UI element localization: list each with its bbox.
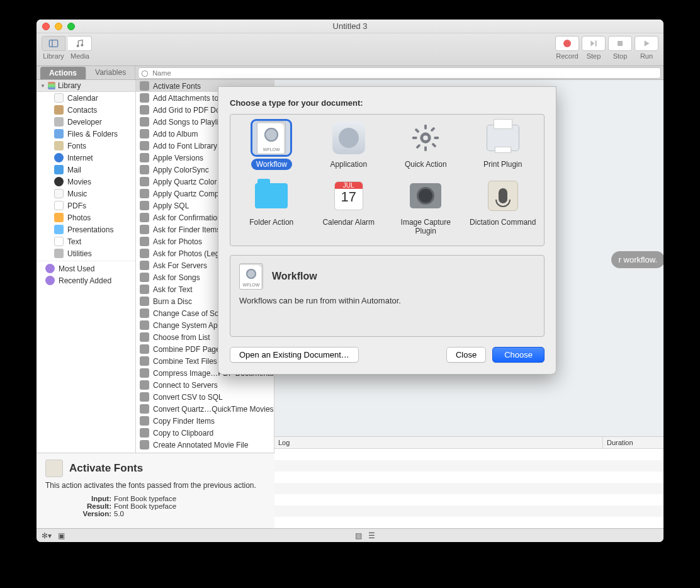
action-label: Activate Fonts <box>153 82 201 91</box>
sidebar-item-files-folders[interactable]: Files & Folders <box>37 128 135 140</box>
sidebar-label: Photos <box>67 213 91 222</box>
action-icon <box>140 416 149 426</box>
svg-point-15 <box>423 135 428 140</box>
log-pane: Log Duration <box>274 436 663 528</box>
action-item[interactable]: Convert Quartz…QuickTime Movies <box>136 403 274 415</box>
action-icon <box>140 177 149 186</box>
sidebar-item-utilities[interactable]: Utilities <box>37 247 135 259</box>
tab-variables[interactable]: Variables <box>86 66 135 79</box>
sidebar-item-recently-added[interactable]: Recently Added <box>37 274 135 286</box>
category-icon <box>54 249 64 258</box>
sidebar-item-calendar[interactable]: Calendar <box>37 92 135 104</box>
svg-rect-12 <box>432 142 437 147</box>
action-icon <box>140 320 149 330</box>
type-print-plugin[interactable]: Print Plugin <box>465 121 542 170</box>
toolbar: Library Media Record Step Stop Run <box>37 33 663 66</box>
sidebar-item-text[interactable]: Text <box>37 235 135 247</box>
log-rows <box>274 449 663 528</box>
sidebar-item-internet[interactable]: Internet <box>37 152 135 164</box>
application-icon <box>332 122 365 154</box>
action-icon <box>140 93 149 103</box>
media-toggle[interactable]: Media <box>68 36 92 60</box>
type-image-capture-plugin[interactable]: Image Capture Plugin <box>387 179 465 237</box>
search-input[interactable] <box>138 67 661 79</box>
action-item[interactable]: Create Annotated Movie File <box>136 439 274 451</box>
view-list-icon[interactable]: ▤ <box>355 531 362 540</box>
microphone-icon <box>488 181 518 211</box>
canvas-placeholder: r workflow. <box>611 251 663 268</box>
action-icon <box>140 356 149 366</box>
gear-menu-icon[interactable]: ✻▾ <box>42 531 52 540</box>
sidebar-item-contacts[interactable]: Contacts <box>37 104 135 116</box>
svg-rect-0 <box>49 40 57 47</box>
type-quick-action[interactable]: Quick Action <box>387 121 465 170</box>
action-icon <box>140 141 149 150</box>
svg-rect-7 <box>424 125 427 130</box>
svg-rect-8 <box>424 146 427 151</box>
calendar-icon: JUL17 <box>334 181 363 210</box>
step-icon <box>588 38 599 48</box>
sidebar-item-developer[interactable]: Developer <box>37 116 135 128</box>
sidebar-label: Fonts <box>67 142 86 150</box>
stop-icon <box>614 38 626 48</box>
sidebar-label: Text <box>67 237 81 246</box>
record-button[interactable]: Record <box>555 36 579 60</box>
view-flow-icon[interactable]: ☰ <box>368 531 375 540</box>
open-existing-button[interactable]: Open an Existing Document… <box>230 347 359 363</box>
action-label: Apply ColorSync <box>153 166 209 174</box>
action-label: Create Annotated Movie File <box>153 441 248 449</box>
sidebar-item-mail[interactable]: Mail <box>37 164 135 176</box>
category-icon <box>54 117 64 127</box>
action-item[interactable]: Copy Finder Items <box>136 415 274 427</box>
close-button[interactable]: Close <box>446 347 486 363</box>
sidebar-item-most-used[interactable]: Most Used <box>37 263 135 274</box>
category-icon <box>54 153 64 162</box>
svg-point-2 <box>76 45 79 47</box>
type-application[interactable]: Application <box>310 121 388 170</box>
action-icon <box>140 392 149 402</box>
svg-rect-11 <box>415 128 420 133</box>
category-icon <box>54 189 64 198</box>
run-button[interactable]: Run <box>635 36 658 60</box>
sidebar-item-movies[interactable]: Movies <box>37 176 135 188</box>
status-bar: ✻▾ ▣ ▤ ☰ <box>37 528 663 542</box>
sidebar-item-presentations[interactable]: Presentations <box>37 223 135 235</box>
action-icon <box>140 213 149 222</box>
type-calendar-alarm[interactable]: JUL17 Calendar Alarm <box>310 179 388 237</box>
sidebar-item-music[interactable]: Music <box>37 188 135 200</box>
svg-rect-14 <box>416 144 421 149</box>
action-icon <box>140 189 149 198</box>
action-icon <box>140 237 149 246</box>
duration-column-header[interactable]: Duration <box>603 437 663 448</box>
svg-rect-5 <box>618 41 623 46</box>
step-button[interactable]: Step <box>582 36 606 60</box>
type-folder-action[interactable]: Folder Action <box>233 179 310 237</box>
action-label: Ask for Text <box>153 285 192 294</box>
action-item[interactable]: Connect to Servers <box>136 379 274 391</box>
category-icon <box>54 213 64 222</box>
sidebar-item-photos[interactable]: Photos <box>37 212 135 223</box>
log-column-header[interactable]: Log <box>274 437 603 448</box>
action-info-pane: Activate Fonts This action activates the… <box>37 453 274 528</box>
stop-button[interactable]: Stop <box>608 36 632 60</box>
clock-icon <box>45 264 55 273</box>
action-item[interactable]: Copy to Clipboard <box>136 427 274 439</box>
type-dictation-command[interactable]: Dictation Command <box>465 179 542 237</box>
library-header[interactable]: Library <box>37 80 135 92</box>
type-workflow[interactable]: WFLOW Workflow <box>233 121 310 170</box>
library-toggle[interactable]: Library <box>42 36 65 60</box>
action-item[interactable]: Convert CSV to SQL <box>136 391 274 403</box>
stop-label: Stop <box>613 52 628 60</box>
step-label: Step <box>587 52 601 60</box>
toggle-info-icon[interactable]: ▣ <box>58 531 65 540</box>
sidebar-label: Most Used <box>59 264 94 273</box>
svg-point-3 <box>81 44 83 47</box>
tab-actions[interactable]: Actions <box>40 67 86 79</box>
action-label: Apply SQL <box>153 201 189 210</box>
desc-body: Workflows can be run from within Automat… <box>239 296 535 305</box>
sidebar-item-fonts[interactable]: Fonts <box>37 140 135 152</box>
action-label: Convert CSV to SQL <box>153 393 223 402</box>
record-icon <box>563 40 571 47</box>
choose-button[interactable]: Choose <box>492 347 545 363</box>
sidebar-item-pdfs[interactable]: PDFs <box>37 200 135 212</box>
